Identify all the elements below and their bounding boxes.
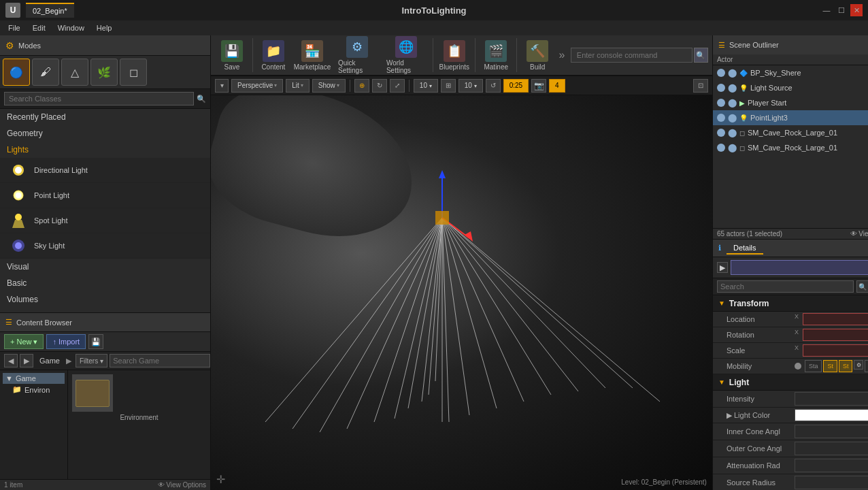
so-item-pointlight3[interactable]: ⬤ 💡 PointLight3 [713,110,868,125]
so-item-player-start[interactable]: ⬤ ▶ Player Start [713,95,868,110]
vp-icon-translate[interactable]: ⊕ [354,79,369,93]
category-basic[interactable]: Basic [0,275,210,291]
visibility-toggle-6[interactable] [717,144,725,152]
visibility-toggle-5[interactable] [717,129,725,137]
minimize-button[interactable]: — [820,4,833,16]
mode-paint[interactable]: 🖌 [32,59,59,86]
scale-x-input[interactable]: 1.0 [803,344,868,357]
vp-icon-rot2[interactable]: ↺ [486,79,501,93]
selected-actor-name-input[interactable]: SpotLight3 [731,260,868,275]
outer-cone-input[interactable]: 44.0 [795,442,868,455]
so-item-cave-rock-1[interactable]: ⬤ ◻ SM_Cave_Rock_Large_01 [713,125,868,140]
rotation-x-input[interactable]: 0. [803,329,868,341]
cb-save-button[interactable]: 💾 [88,334,103,349]
cb-view-options[interactable]: 👁 View Options [158,481,206,489]
so-item-bp-sky[interactable]: ⬤ 🔷 BP_Sky_Shere [713,65,868,80]
vp-icon-grid[interactable]: ⊞ [441,79,456,93]
vp-icon-maximize[interactable]: ⊡ [693,79,708,93]
mobility-icon[interactable]: ⚙ [854,360,863,370]
toolbar-content[interactable]: 📁 Content [256,37,290,74]
lit-button[interactable]: Lit▾ [286,79,310,93]
search-icon[interactable]: 🔍 [197,95,206,103]
visibility-toggle-4[interactable] [717,114,725,122]
menu-window[interactable]: Window [52,22,90,33]
viewport[interactable]: Level: 02_Begin (Persistent) ✛ [211,95,712,490]
console-input[interactable] [571,48,692,63]
viewport-menu-icon[interactable]: ▾ [215,79,229,93]
toolbar-matinee[interactable]: 🎬 Matinee [479,37,513,74]
toolbar-save[interactable]: 💾 Save [215,37,249,74]
place-item-point-light[interactable]: Point Light [0,183,210,208]
inner-cone-input[interactable]: 0.0 [795,425,868,438]
menu-help[interactable]: Help [91,22,118,33]
visibility-toggle-3[interactable] [717,99,725,107]
mode-foliage[interactable]: 🌿 [90,59,118,86]
attenuation-row: Attenuation Rad 1000|0 ▲ [713,457,868,474]
category-lights[interactable]: Lights [0,142,210,158]
cb-import-button[interactable]: ↑ Import [46,334,86,349]
light-section-header[interactable]: ▼ Light [713,374,868,391]
location-x-input[interactable]: 450 [803,313,868,325]
titlebar-tab[interactable]: 02_Begin* [26,3,74,18]
cb-folder-environment[interactable] [72,374,113,412]
search-classes-input[interactable] [4,92,194,105]
close-button[interactable]: ✕ [850,4,863,16]
category-all-classes[interactable]: All Classes [0,308,210,312]
place-item-spot-light[interactable]: Spot Light [0,208,210,233]
place-item-sky-light[interactable]: Sky Light [0,233,210,259]
details-tab[interactable]: Details [727,242,763,255]
toolbar-build[interactable]: 🔨 Build [520,37,554,74]
vp-num-rot[interactable]: 10 ▾ [458,79,483,93]
mode-place[interactable]: 🔵 [3,59,30,86]
toolbar-worldsettings[interactable]: 🌐 World Settings [382,33,429,77]
menu-edit[interactable]: Edit [27,22,51,33]
visibility-toggle[interactable] [717,69,725,77]
mode-landscape[interactable]: △ [61,59,88,86]
vp-num-time[interactable]: 0:25 [503,79,529,93]
tree-item-environ[interactable]: 📁 Environ [3,384,65,395]
tree-item-game[interactable]: ▼ Game [3,373,65,384]
toolbar-more[interactable]: » [556,38,568,72]
cb-search-input[interactable] [110,354,210,368]
details-expand-icon[interactable]: ▶ [717,262,728,273]
so-item-cave-rock-2[interactable]: ⬤ ◻ SM_Cave_Rock_Large_01 [713,140,868,155]
nav-back[interactable]: ◀ [4,354,18,368]
mobility-static[interactable]: Sta [805,360,822,372]
place-item-directional-light[interactable]: Directional Light [0,158,210,183]
vp-icon-scale[interactable]: ⤢ [390,79,405,93]
vp-icon-rotate[interactable]: ↻ [372,79,387,93]
maximize-button[interactable]: ☐ [835,4,848,16]
transform-section-header[interactable]: ▼ Transform [713,295,868,312]
cb-new-button[interactable]: + New ▾ [4,334,44,349]
mobility-movable[interactable]: Mo [865,360,868,372]
perspective-button[interactable]: Perspective▾ [231,79,283,93]
toolbar-quicksettings[interactable]: ⚙ Quick Settings [334,33,381,77]
show-button[interactable]: Show▾ [312,79,346,93]
category-visual[interactable]: Visual [0,259,210,275]
visibility-toggle-2[interactable] [717,84,725,92]
source-radius-input[interactable]: 0.0 [795,476,868,489]
category-geometry[interactable]: Geometry [0,125,210,142]
toolbar-marketplace[interactable]: 🏪 Marketplace [292,37,333,74]
details-search-icon[interactable]: 🔍 [856,280,868,293]
mobility-stationary[interactable]: St [823,360,837,372]
mobility-stationary-2[interactable]: St [839,360,853,372]
category-recently-placed[interactable]: Recently Placed [0,109,210,125]
category-volumes[interactable]: Volumes [0,291,210,308]
console-search-icon[interactable]: 🔍 [694,48,708,63]
details-search-input[interactable] [717,280,854,293]
toolbar-blueprints[interactable]: 📋 Blueprints [437,37,471,74]
rotation-row: Rotation X 0. Y - Z 0. ↺ [713,327,868,343]
vp-num-grid[interactable]: 10 ▾ [414,79,438,93]
intensity-input[interactable]: 5000.0 [795,392,868,406]
mode-geometry[interactable]: ◻ [120,59,147,86]
menu-file[interactable]: File [3,22,26,33]
vp-num-speed[interactable]: 4 [549,79,565,93]
light-color-swatch[interactable] [795,409,868,421]
vp-icon-camera[interactable]: 📷 [531,79,546,93]
so-item-light-source[interactable]: ⬤ 💡 Light Source [713,80,868,95]
nav-forward[interactable]: ▶ [20,354,33,368]
attenuation-input[interactable]: 1000|0 [795,459,868,472]
so-view-options[interactable]: 👁 View Options [850,230,868,238]
cb-filter-button[interactable]: Filters▾ [76,354,107,368]
